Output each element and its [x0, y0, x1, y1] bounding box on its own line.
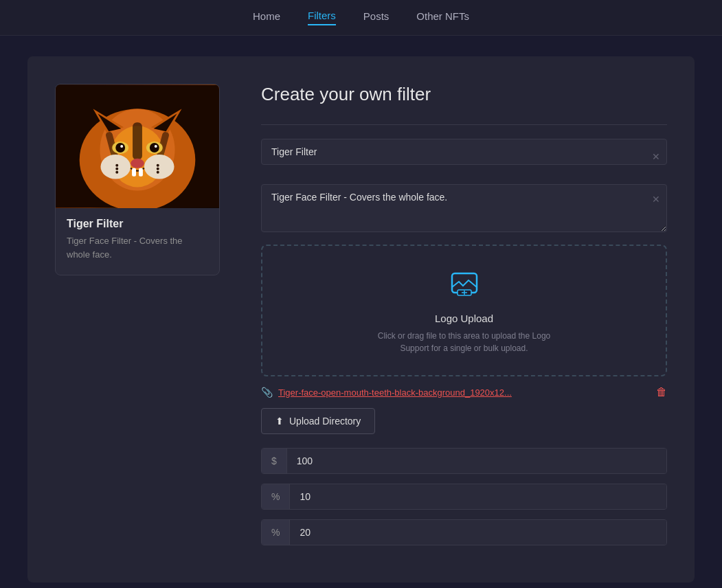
upload-dir-label: Upload Directory	[289, 416, 361, 427]
royalty2-prefix: %	[262, 520, 290, 545]
preview-card: Tiger Filter Tiger Face Filter - Covers …	[55, 84, 220, 275]
svg-point-14	[115, 143, 125, 152]
filter-description-textarea[interactable]	[261, 184, 667, 232]
svg-point-22	[157, 168, 159, 170]
svg-point-20	[115, 171, 118, 174]
filter-name-input[interactable]	[261, 139, 667, 165]
royalty2-input-wrapper: %	[261, 519, 667, 545]
upload-area-subtitle: Click or drag file to this area to uploa…	[276, 330, 652, 354]
nav-other-nfts[interactable]: Other NFTs	[416, 10, 469, 25]
svg-point-15	[150, 143, 159, 152]
divider	[261, 124, 667, 125]
file-item: 📎 Tiger-face-open-mouth-teeth-black-back…	[261, 386, 667, 398]
svg-point-16	[120, 145, 123, 148]
form-section: Create your own filter ✕ ✕	[261, 84, 667, 555]
nav-filters[interactable]: Filters	[308, 10, 336, 25]
royalty1-input[interactable]	[290, 484, 666, 509]
name-clear-icon[interactable]: ✕	[652, 151, 660, 162]
nav-posts[interactable]: Posts	[363, 10, 390, 25]
svg-point-7	[100, 155, 131, 179]
preview-card-title: Tiger Filter	[56, 208, 219, 234]
price-input-wrapper: $	[261, 448, 667, 474]
upload-directory-button[interactable]: ⬆ Upload Directory	[261, 408, 375, 434]
file-name-label[interactable]: Tiger-face-open-mouth-teeth-black-backgr…	[278, 387, 651, 398]
logo-upload-area[interactable]: Logo Upload Click or drag file to this a…	[261, 245, 667, 376]
paperclip-icon: 📎	[261, 387, 273, 398]
svg-point-18	[115, 164, 118, 167]
royalty2-input[interactable]	[290, 520, 666, 545]
svg-point-19	[115, 168, 118, 170]
upload-inbox-icon	[276, 267, 652, 306]
royalty1-input-wrapper: %	[261, 484, 667, 510]
content-box: Tiger Filter Tiger Face Filter - Covers …	[27, 56, 695, 583]
svg-point-17	[155, 145, 157, 148]
royalty1-prefix: %	[262, 484, 290, 509]
navigation: Home Filters Posts Other NFTs	[0, 0, 722, 36]
price-prefix: $	[262, 449, 287, 473]
name-input-wrapper: ✕	[261, 139, 667, 174]
preview-card-desc: Tiger Face Filter - Covers the whole fac…	[56, 234, 219, 261]
upload-dir-icon: ⬆	[275, 416, 284, 427]
nav-home[interactable]: Home	[253, 10, 280, 25]
svg-point-21	[157, 164, 159, 167]
upload-area-title: Logo Upload	[276, 313, 652, 324]
svg-point-8	[144, 155, 174, 179]
main-container: Tiger Filter Tiger Face Filter - Covers …	[0, 36, 722, 588]
description-textarea-wrapper: ✕	[261, 184, 667, 235]
svg-rect-11	[139, 168, 143, 177]
section-title: Create your own filter	[261, 84, 667, 105]
svg-rect-10	[132, 168, 136, 177]
price-input[interactable]	[287, 449, 666, 473]
svg-rect-4	[133, 122, 142, 160]
description-clear-icon[interactable]: ✕	[652, 194, 660, 205]
file-delete-icon[interactable]: 🗑	[656, 386, 667, 398]
svg-point-9	[131, 159, 144, 168]
tiger-svg	[56, 84, 219, 208]
svg-point-23	[157, 171, 159, 174]
preview-image	[56, 84, 219, 208]
